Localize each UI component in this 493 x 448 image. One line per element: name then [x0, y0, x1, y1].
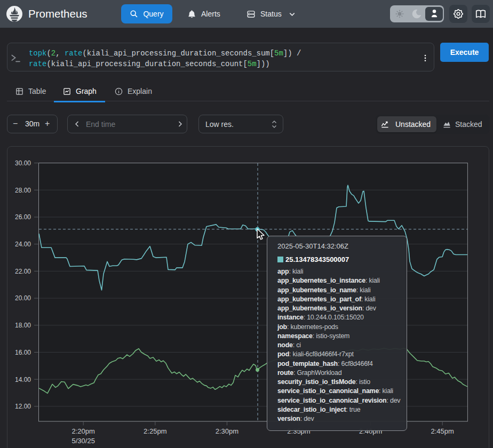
svg-text:12.00: 12.00: [15, 403, 31, 410]
svg-text:2:45pm: 2:45pm: [431, 427, 454, 435]
svg-text:2:30pm: 2:30pm: [216, 427, 238, 435]
svg-text:24.00: 24.00: [15, 241, 31, 248]
svg-text:18.00: 18.00: [15, 322, 31, 329]
svg-text:20.00: 20.00: [15, 294, 31, 302]
svg-text:28.00: 28.00: [15, 187, 31, 194]
svg-text:5/30/25: 5/30/25: [72, 437, 95, 445]
svg-text:22.00: 22.00: [15, 268, 31, 275]
svg-text:2:20pm: 2:20pm: [72, 427, 95, 435]
svg-text:14.00: 14.00: [15, 376, 31, 383]
svg-text:30.00: 30.00: [15, 159, 31, 167]
svg-text:16.00: 16.00: [15, 349, 31, 356]
svg-text:2:25pm: 2:25pm: [144, 427, 166, 435]
svg-text:26.00: 26.00: [15, 213, 31, 221]
